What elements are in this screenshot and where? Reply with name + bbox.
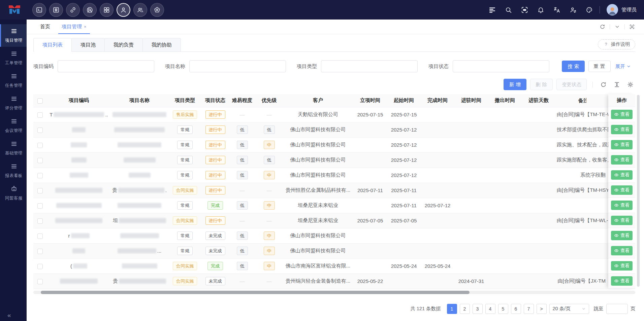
search-icon[interactable] [505,6,512,13]
users-icon[interactable] [133,3,147,17]
cell-finish-date [421,213,454,228]
translate-icon[interactable] [553,6,560,13]
status-badge: 中 [264,247,275,255]
page-button-6[interactable]: 6 [511,304,521,314]
row-checkbox[interactable] [37,249,43,254]
page-size-select[interactable]: 20 条/页 [549,304,589,314]
column-height-icon[interactable] [612,81,622,88]
search-input-0[interactable] [58,60,154,72]
table-row: 常规进行中低低佛山市同盟科技有限公司2025-07-12技术部提供爬虫抓取不同 [33,122,635,137]
sidebar-item-7[interactable]: 同盟客服 [0,182,27,205]
refresh-icon[interactable] [599,81,608,88]
change-status-button[interactable]: 变更状态 [556,79,587,90]
view-tab-1[interactable]: 项目池 [71,38,105,51]
row-checkbox[interactable] [37,279,43,284]
search-input-2[interactable] [321,60,418,72]
sidebar-collapse-icon[interactable]: « [7,312,11,319]
page-button-5[interactable]: 5 [498,304,508,314]
server-icon[interactable] [489,6,496,13]
view-button[interactable]: 查看 [611,170,633,180]
search-button[interactable]: 搜索 [562,61,585,72]
cell-exit-date [488,258,522,274]
eye-icon [614,248,619,253]
view-tab-0[interactable]: 项目列表 [33,38,72,51]
view-button[interactable]: 查看 [611,261,633,271]
user-switch-icon[interactable] [570,6,577,13]
grid-icon[interactable] [100,3,114,17]
delete-button[interactable]: 删除 [530,79,553,90]
row-checkbox[interactable] [37,173,43,178]
view-tab-3[interactable]: 我的协助 [142,38,181,51]
reset-button[interactable]: 重置 [588,61,611,72]
tab-1[interactable]: 项目管理× [62,20,87,34]
search-input-3[interactable] [453,60,549,72]
chevron-down-icon[interactable] [610,24,624,30]
page-button-3[interactable]: 3 [473,304,483,314]
view-button[interactable]: 查看 [611,155,633,165]
row-checkbox[interactable] [37,188,43,193]
add-button[interactable]: 新增 [504,79,526,90]
row-checkbox[interactable] [37,234,43,239]
view-button[interactable]: 查看 [611,246,633,255]
cell-customer: 贵州锦兴轻合金装备制造有... [283,274,353,289]
app-logo[interactable] [7,4,22,15]
palette-icon[interactable] [586,6,593,13]
sliders-icon[interactable] [49,3,63,17]
view-tab-2[interactable]: 我的负责 [104,38,143,51]
page-button-4[interactable]: 4 [485,304,495,314]
browser-icon[interactable] [83,3,97,17]
fullscreen-scan-icon[interactable] [521,6,528,13]
expand-link[interactable]: 展开 [615,63,631,70]
view-button[interactable]: 查看 [611,125,633,134]
close-tab-icon[interactable]: × [84,24,87,29]
tab-0[interactable]: 首页 [40,20,50,34]
sidebar-item-1[interactable]: 工单管理 [0,47,27,69]
page-button-1[interactable]: 1 [447,304,457,314]
help-button[interactable]: ? 操作说明 [598,39,635,49]
sidebar-item-4[interactable]: 会议管理 [0,114,27,137]
settings-icon[interactable] [625,81,635,88]
terminal-icon[interactable] [32,3,46,17]
cell-days [522,168,555,183]
pentagon-icon[interactable] [150,3,164,17]
sidebar-item-5[interactable]: 基础管理 [0,137,27,159]
row-checkbox[interactable] [37,218,43,224]
view-button[interactable]: 查看 [611,231,633,240]
horizontal-scrollbar-thumb[interactable] [41,291,470,294]
maximize-icon[interactable] [625,24,639,30]
next-page-button[interactable]: > [537,304,547,314]
view-button[interactable]: 查看 [611,185,633,195]
search-input-1[interactable] [189,60,286,72]
view-button[interactable]: 查看 [611,276,633,286]
row-checkbox[interactable] [37,158,43,163]
cell-type: 常规 [168,243,202,258]
view-button[interactable]: 查看 [611,110,633,119]
page-button-7[interactable]: 7 [524,304,534,314]
cell-name [111,107,168,122]
row-checkbox[interactable] [37,203,43,209]
cell-days [522,183,555,198]
jump-input[interactable] [606,304,628,314]
select-all-checkbox[interactable] [37,98,43,104]
view-button[interactable]: 查看 [611,216,633,225]
bell-icon[interactable] [537,6,544,13]
cell-difficulty: 低 [229,243,256,258]
sidebar-item-2[interactable]: 任务管理 [0,69,27,92]
vertical-scrollbar[interactable] [637,95,640,287]
row-checkbox[interactable] [37,128,43,133]
row-checkbox[interactable] [37,112,43,118]
link-icon[interactable] [66,3,80,17]
page-button-2[interactable]: 2 [460,304,470,314]
cell-name [111,152,168,168]
row-checkbox[interactable] [37,264,43,269]
sidebar-item-0[interactable]: 项目管理 [0,24,27,47]
user-chip[interactable]: 管理员 [607,4,637,15]
refresh-icon[interactable] [595,24,610,30]
user-icon[interactable] [117,3,130,17]
view-button[interactable]: 查看 [611,140,633,149]
view-button[interactable]: 查看 [611,201,633,210]
sidebar-item-3[interactable]: 评分管理 [0,92,27,114]
sidebar-item-6[interactable]: 报表看板 [0,159,27,182]
row-checkbox[interactable] [37,143,43,148]
cell-code: ( [47,258,111,274]
